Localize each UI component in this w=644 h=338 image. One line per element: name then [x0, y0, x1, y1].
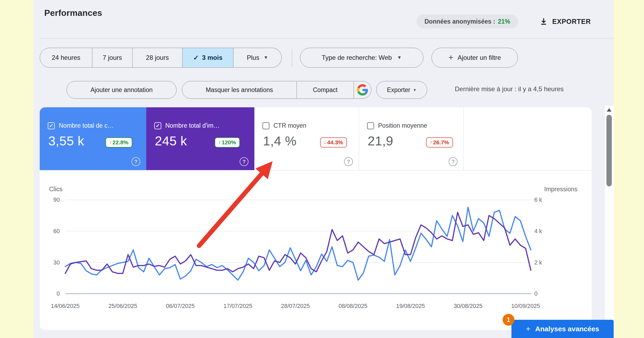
delta-badge: ↑ 26.7%: [426, 137, 453, 148]
tab-24-heures[interactable]: 24 heures: [40, 48, 92, 68]
toolbar-divider: [292, 49, 292, 67]
left-axis-title: Clics: [49, 186, 63, 193]
arrow-up-icon: ↑: [430, 140, 432, 145]
tab-label: Plus: [247, 54, 259, 61]
delta-badge: ↓ 44.3%: [320, 137, 347, 148]
header-divider: [40, 38, 614, 39]
scrollbar-up-icon[interactable]: [607, 108, 612, 112]
search-type-label: Type de recherche: Web: [322, 54, 392, 61]
delta-value: 26.7%: [433, 139, 449, 146]
plus-icon: +: [526, 325, 530, 333]
help-icon[interactable]: ?: [240, 157, 248, 166]
help-icon[interactable]: ?: [344, 157, 353, 166]
metric-value: 21,9: [368, 134, 393, 148]
checkbox-unchecked-icon[interactable]: ✓: [262, 122, 269, 129]
help-icon[interactable]: ?: [449, 157, 458, 166]
export-label: EXPORTER: [552, 18, 591, 25]
annotation-options-group: Masquer les annotations Compact: [182, 81, 371, 99]
metric-card-impressions[interactable]: ✓ Nombre total d'im… 245 k ↑ 120% ?: [146, 107, 254, 170]
tab-plus[interactable]: Plus ▼: [233, 48, 282, 68]
tab-28-jours[interactable]: 28 jours: [133, 48, 182, 68]
delta-value: 22.8%: [112, 139, 129, 146]
plus-icon: +: [448, 53, 453, 63]
metric-title: Nombre total de c…: [59, 122, 114, 129]
tab-label: 3 mois: [202, 54, 222, 61]
metric-value: 1,4 %: [263, 134, 297, 148]
delta-value: 44.3%: [327, 139, 343, 146]
page-title: Performances: [44, 8, 102, 18]
delta-badge: ↑ 22.8%: [105, 137, 132, 148]
checkbox-checked-icon[interactable]: ✓: [48, 122, 55, 129]
arrow-up-icon: ↑: [218, 140, 221, 145]
delta-badge: ↑ 120%: [215, 137, 240, 148]
anonymized-label: Données anonymisées :: [425, 18, 495, 25]
cards-divider: [40, 170, 592, 171]
arrow-up-icon: ↑: [109, 140, 112, 145]
tab-7-jours[interactable]: 7 jours: [92, 48, 133, 68]
scrollbar-thumb[interactable]: [606, 115, 612, 186]
hide-annotations-button[interactable]: Masquer les annotations: [182, 81, 297, 98]
metric-title: Position moyenne: [378, 122, 427, 129]
add-filter-button[interactable]: + Ajouter un filtre: [431, 48, 518, 68]
tab-label: 7 jours: [103, 54, 122, 61]
date-range-tabs: 24 heures 7 jours 28 jours ✓ 3 mois Plus…: [40, 48, 282, 68]
chevron-down-icon: ▼: [397, 55, 402, 60]
checkbox-checked-icon[interactable]: ✓: [154, 122, 161, 129]
metric-card-clicks[interactable]: ✓ Nombre total de c… 3,55 k ↑ 22.8% ?: [40, 107, 146, 170]
chevron-down-icon: ▼: [264, 55, 268, 60]
last-update-text: Dernière mise à jour : il y a 4,5 heures: [455, 85, 564, 93]
advanced-analyses-button[interactable]: + Analyses avancées: [511, 320, 614, 338]
anonymized-data-pill: Données anonymisées : 21%: [416, 14, 518, 28]
check-icon: ✓: [193, 54, 199, 62]
chevron-down-icon: ▼: [413, 88, 416, 92]
checkbox-unchecked-icon[interactable]: ✓: [367, 122, 374, 129]
add-filter-label: Ajouter un filtre: [458, 54, 501, 61]
chart-export-button[interactable]: Exporter ▼: [376, 81, 427, 99]
hide-annotations-label: Masquer les annotations: [206, 86, 273, 94]
help-icon[interactable]: ?: [131, 157, 140, 166]
tab-label: 24 heures: [52, 54, 80, 61]
metric-value: 3,55 k: [48, 134, 84, 148]
advanced-analyses-label: Analyses avancées: [535, 325, 599, 333]
metric-card-position[interactable]: ✓ Position moyenne 21,9 ↑ 26.7% ?: [359, 107, 464, 170]
google-g-icon: [357, 84, 368, 95]
chart-export-label: Exporter: [387, 86, 410, 94]
export-button[interactable]: EXPORTER: [539, 14, 591, 28]
google-logo-button[interactable]: [354, 81, 371, 98]
right-axis-title: Impressions: [544, 186, 577, 193]
notification-badge: 1: [503, 314, 514, 326]
tab-3-mois-selected[interactable]: ✓ 3 mois: [182, 48, 233, 68]
anonymized-value: 21%: [498, 18, 510, 25]
delta-value: 120%: [222, 139, 236, 146]
arrow-down-icon: ↓: [324, 140, 326, 145]
metric-card-ctr[interactable]: ✓ CTR moyen 1,4 % ↓ 44.3% ?: [254, 107, 359, 170]
add-annotation-button[interactable]: Ajouter une annotation: [67, 81, 177, 99]
metric-title: Nombre total d'im…: [165, 122, 220, 129]
metric-value: 245 k: [155, 134, 187, 148]
add-annotation-label: Ajouter une annotation: [90, 86, 152, 94]
tab-label: 28 jours: [146, 54, 169, 61]
compact-label: Compact: [313, 86, 338, 94]
search-type-filter[interactable]: Type de recherche: Web ▼: [300, 48, 423, 68]
download-icon: [539, 17, 548, 26]
metric-title: CTR moyen: [273, 122, 306, 129]
compact-button[interactable]: Compact: [297, 81, 354, 98]
